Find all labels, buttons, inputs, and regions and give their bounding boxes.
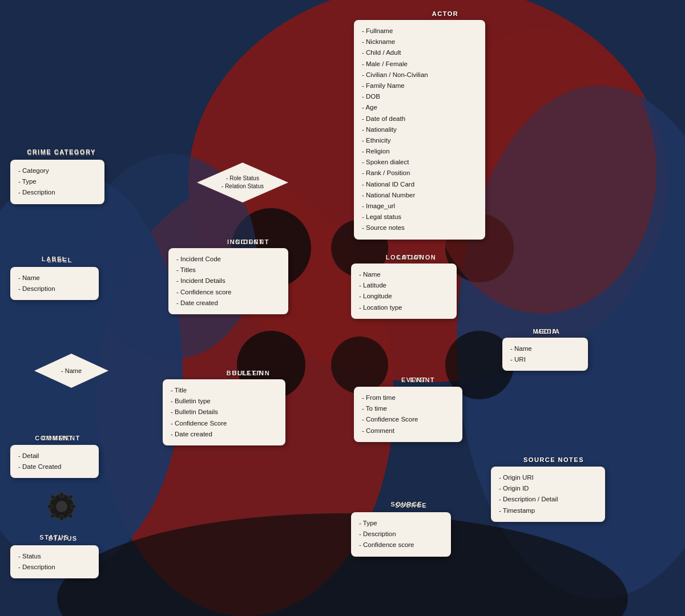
location-box: - Name - Latitude - Longitude - Location… [351, 264, 457, 319]
source-title: SOURCE [362, 501, 451, 508]
svg-point-15 [56, 501, 67, 512]
bulletin-title: BULLETIN [194, 370, 297, 376]
crime-category-fields: - Category - Type - Description [18, 167, 55, 196]
incident-title: INCIDENT [194, 238, 297, 245]
comment-title: COMMENT [17, 435, 91, 441]
location-title: LOCATION [360, 254, 451, 261]
actor-box: - Fullname - Nickname - Child / Adult - … [354, 20, 485, 240]
comment-box: - Detail - Date Created [10, 445, 99, 478]
crime-category-title: CRIME CATEGORY [11, 148, 111, 155]
media-title: MEDIA [508, 328, 582, 335]
status-title: STATUS [17, 534, 91, 541]
background-svg [0, 0, 685, 616]
event-box: - From time - To time - Confidence Score… [354, 387, 462, 442]
diagram-canvas: ACTOR - Fullname - Nickname - Child / Ad… [0, 0, 685, 616]
svg-rect-17 [60, 516, 63, 520]
event-fields: - From time - To time - Confidence Score… [362, 394, 418, 434]
name-diamond-text: - Name [61, 367, 82, 374]
svg-point-8 [331, 337, 388, 394]
role-relation-text: - Role Status- Relation Status [221, 175, 264, 191]
event-title: EVENT [368, 376, 460, 383]
source-box: - Type - Description - Confidence score [351, 512, 451, 557]
media-box: - Name - URI [502, 338, 588, 371]
status-fields: - Status - Description [18, 553, 55, 570]
label-entity-title: LABEL [17, 256, 91, 262]
comment-fields: - Detail - Date Created [18, 452, 61, 470]
source-fields: - Type - Description - Confidence score [359, 520, 414, 548]
incident-fields: - Incident Code - Titles - Incident Deta… [176, 256, 232, 306]
actor-title: ACTOR [388, 10, 502, 17]
source-notes-box: - Origin URI - Origin ID - Description /… [491, 467, 605, 522]
bulletin-fields: - Title - Bulletin type - Bulletin Detai… [171, 387, 227, 437]
crime-category-box: - Category - Type - Description [10, 160, 104, 204]
incident-box: - Incident Code - Titles - Incident Deta… [168, 248, 288, 314]
bulletin-box: - Title - Bulletin type - Bulletin Detai… [163, 379, 285, 445]
svg-rect-18 [48, 505, 53, 508]
source-notes-fields: - Origin URI - Origin ID - Description /… [499, 474, 558, 514]
location-fields: - Name - Latitude - Longitude - Location… [359, 271, 402, 311]
label-entity-box: - Name - Description [10, 267, 99, 300]
svg-rect-16 [60, 493, 63, 497]
actor-fields: - Fullname - Nickname - Child / Adult - … [362, 27, 428, 231]
gear-icon [47, 492, 76, 521]
media-fields: - Name - URI [510, 345, 532, 363]
svg-rect-19 [71, 505, 75, 508]
status-box: - Status - Description [10, 545, 99, 578]
label-entity-fields: - Name - Description [18, 274, 55, 292]
source-notes-title: SOURCE NOTES [499, 456, 608, 463]
